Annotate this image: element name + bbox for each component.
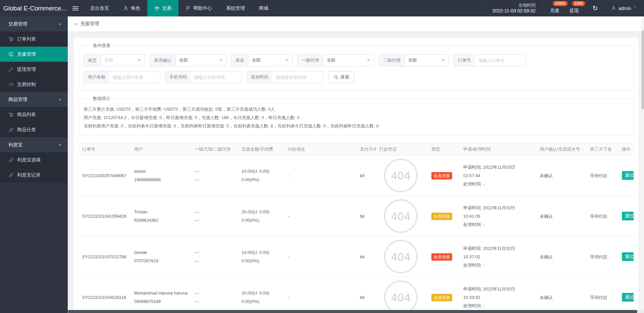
sidebar-item-goods-category[interactable]: 商品分类 [0, 122, 68, 137]
menu-item-trade[interactable]: 交易 [147, 0, 178, 16]
process-time: 处理时间: - [463, 180, 533, 188]
sidebar-item-order-list[interactable]: 订单列表 [0, 32, 68, 47]
cell-action: 通过 [619, 169, 634, 182]
select-value: 全部 [179, 57, 188, 63]
vertical-scrollbar-thumb[interactable] [642, 31, 644, 109]
menu-item-dashboard[interactable]: 后台首页 [83, 0, 116, 16]
add-time-input[interactable] [272, 71, 323, 83]
cell-pay-method: bit [357, 251, 376, 263]
main-menu: 后台首页 角色 交易 帮助中心 系统管理 商城 [83, 0, 275, 16]
withdraw-shortcut[interactable]: 提现 2369 [564, 0, 583, 16]
horizontal-scrollbar-thumb[interactable] [68, 310, 637, 313]
channel-select[interactable]: 全部 [248, 54, 292, 66]
sidebar-item-interest-options[interactable]: 利息宝选项 [0, 152, 68, 167]
sidebar-item-interest-records[interactable]: 利息宝记录 [0, 167, 68, 182]
confirmed-select[interactable]: 全部 [175, 54, 226, 66]
filter-label: 是否确认 [150, 54, 175, 66]
cell-voucher: 404 [376, 196, 428, 236]
menu-item-mall[interactable]: 商城 [252, 0, 275, 16]
apply-time: 申请时间: 2022年11月02日 10:34:52 [463, 285, 533, 302]
select-value: 全部 [104, 57, 113, 63]
cell-amount-fee: 10.00(U: 0.00)0.00(0%) [238, 246, 284, 267]
agent2-select[interactable]: 全部 [405, 54, 449, 66]
vertical-scrollbar[interactable] [641, 16, 644, 310]
breadcrumb-icon: » [74, 20, 77, 27]
menu-item-system[interactable]: 系统管理 [219, 0, 252, 16]
caret-down-icon [285, 59, 289, 61]
approve-button[interactable]: 通过 [622, 293, 634, 302]
filter-row-1: 状态 全部 是否确认 全部 渠道 全部 [84, 54, 629, 66]
user-phone: 0707357619 [134, 257, 188, 265]
status-select[interactable]: 全部 [101, 54, 145, 66]
sidebar-item-trade-control[interactable]: 交易控制 [0, 77, 68, 92]
agent1-select[interactable]: 全部 [323, 54, 374, 66]
sidebar-group-interest[interactable]: 利息宝 ∨ [0, 137, 68, 152]
filter-order-no: 订单号 [453, 54, 526, 66]
user-phone: 08066675188 [134, 297, 188, 306]
stats-fieldset: 数据统计 第三方累计充值: USDT0，第三方手续费: USDT0，第三方成功收… [79, 96, 634, 135]
cell-time: 申请时间: 2022年11月03日 02:57:44 处理时间: - [460, 161, 536, 190]
chevron-down-icon: ∨ [58, 22, 61, 26]
recharge-shortcut[interactable]: 充值 29959 [544, 0, 564, 16]
sidebar-item-label: 提现管理 [17, 66, 36, 72]
gavel-icon [8, 67, 14, 72]
filter-label: 渠道 [231, 54, 248, 66]
cell-voucher: 404 [376, 155, 428, 196]
cell-third-party: 等待付款 [587, 169, 619, 182]
approve-button[interactable]: 通过 [622, 212, 634, 220]
cell-action: 通过 [619, 210, 634, 222]
horizontal-scrollbar[interactable] [68, 310, 644, 313]
filter-label: 二级代理 [379, 54, 405, 66]
cell-address: - [284, 291, 357, 304]
order-no-input[interactable] [475, 54, 526, 66]
voucher-404-placeholder: 404 [384, 199, 418, 233]
approve-button[interactable]: 通过 [622, 171, 634, 180]
user-name: Dende [134, 248, 188, 257]
filter-agent1: 一级代理 全部 [297, 54, 374, 66]
cell-confirm: 未确认 [536, 291, 587, 304]
refresh-button[interactable]: ↻ [586, 0, 605, 16]
menu-label: 交易 [162, 5, 171, 11]
sidebar-item-label: 交易控制 [17, 82, 36, 88]
user-name: Tristan [134, 208, 188, 216]
cell-third-party: 等待付款 [587, 291, 619, 304]
user-name: amise [134, 167, 188, 175]
table-row: SY2211021041059426 Tristan 9289624362 --… [79, 196, 634, 237]
scales-icon [154, 6, 160, 11]
cell-order-no: SY2211021041059426 [79, 210, 131, 222]
user-phone: 9289624362 [134, 216, 188, 224]
cart-icon [8, 112, 14, 117]
filter-label: 手机号码 [165, 71, 191, 83]
top-navbar: Global E-Commerce... 后台首页 角色 交易 帮助中心 系统管… [0, 0, 644, 16]
type-badge: 会员升级 [431, 213, 452, 220]
main-content: » 充值管理 条件搜索 状态 全部 是否确认 全部 [68, 16, 644, 313]
approve-button[interactable]: 通过 [622, 252, 634, 261]
menu-item-help-center[interactable]: 帮助中心 [178, 0, 219, 16]
cell-type: 会员充值 [428, 251, 460, 263]
type-badge: 会员升级 [431, 294, 452, 301]
sidebar-item-recharge[interactable]: 充值管理 [0, 47, 68, 62]
cell-address: - [284, 169, 357, 182]
search-button[interactable]: 搜索 [329, 71, 354, 83]
cell-user: Muhammad Haruna haruna 08066675188 [131, 287, 191, 308]
sidebar-group-goods[interactable]: 商品管理 ∨ [0, 92, 68, 107]
filter-add-time: 添加时间 [247, 71, 323, 83]
col-agents: 一级代理/二级代理 [191, 144, 238, 155]
sidebar-item-withdraw[interactable]: 提现管理 [0, 62, 68, 77]
sidebar-toggle-button[interactable] [68, 0, 83, 16]
user-menu[interactable]: admin ⌃ [605, 0, 644, 16]
sidebar-item-goods-list[interactable]: 商品列表 [0, 107, 68, 122]
col-third-party: 第三方下发 [587, 144, 619, 155]
cell-type: 会员升级 [428, 291, 460, 304]
person-icon [611, 6, 616, 11]
select-value: 全部 [327, 57, 335, 63]
type-badge: 会员充值 [431, 253, 452, 261]
process-time: 处理时间: - [463, 261, 533, 269]
username-input[interactable] [109, 71, 160, 83]
menu-item-roles[interactable]: 角色 [116, 0, 147, 16]
sidebar-group-trade[interactable]: 交易管理 ∨ [0, 16, 68, 32]
search-fieldset: 条件搜索 状态 全部 是否确认 全部 渠道 [79, 43, 634, 90]
phone-input[interactable] [191, 71, 242, 83]
stats-line-current-list: 当前列表用户充值: 0，当前列表今日新增充值: 0，当前列表昨日新增充值: 0，… [84, 122, 629, 130]
sidebar: 交易管理 ∨ 订单列表 充值管理 提现管理 交易控制 商品管理 ∨ 商品列表 [0, 16, 68, 313]
